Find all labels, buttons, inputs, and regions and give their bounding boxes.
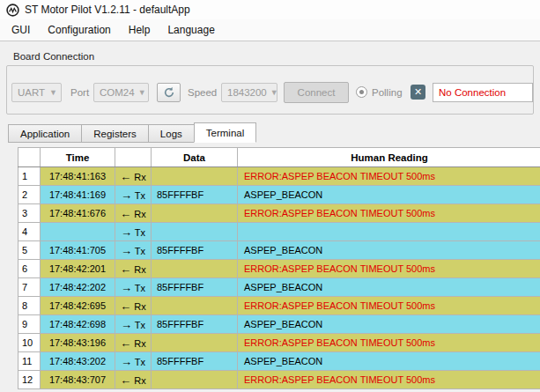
refresh-icon: [163, 86, 175, 99]
direction-arrow-icon: →: [121, 244, 132, 257]
tab-logs[interactable]: Logs: [148, 124, 194, 143]
connection-status: No Connection: [433, 83, 533, 102]
window-title: ST Motor Pilot V1.2.11 - defaultApp: [25, 4, 190, 16]
direction-label: Rx: [134, 172, 145, 182]
row-human-reading: ERROR:ASPEP BEACON TIMEOUT 500ms: [238, 167, 540, 186]
header-direction: [115, 148, 152, 167]
table-row[interactable]: 8 17:48:42:695 ← Rx ERROR:ASPEP BEACON T…: [18, 297, 540, 315]
terminal-table: Time Data Human Reading 1 17:48:41:163 ←…: [18, 147, 540, 389]
table-row[interactable]: 10 17:48:43:196 ← Rx ERROR:ASPEP BEACON …: [18, 334, 540, 352]
speed-select[interactable]: 1843200 ▼: [221, 83, 277, 102]
row-time: 17:48:42:695: [41, 297, 115, 315]
row-direction: ← Rx: [115, 204, 152, 223]
port-label: Port: [70, 87, 89, 98]
row-data: [152, 371, 238, 389]
row-number: 5: [18, 241, 41, 260]
table-header-row: Time Data Human Reading: [18, 148, 540, 167]
row-time: [41, 223, 115, 241]
row-data: [152, 204, 238, 223]
table-row[interactable]: 3 17:48:41:676 ← Rx ERROR:ASPEP BEACON T…: [18, 204, 540, 223]
row-time: 17:48:43:202: [41, 352, 115, 371]
speed-label: Speed: [188, 87, 217, 98]
row-human-reading: ASPEP_BEACON: [238, 315, 540, 334]
direction-label: Tx: [135, 320, 145, 330]
interface-select[interactable]: UART ▼: [11, 83, 62, 102]
chevron-down-icon: ▼: [49, 88, 57, 97]
table-row[interactable]: 6 17:48:42:201 ← Rx ERROR:ASPEP BEACON T…: [18, 260, 540, 278]
row-time: 17:48:41:705: [41, 241, 115, 260]
row-data: 85FFFFBF: [152, 315, 238, 334]
row-data: 85FFFFBF: [152, 352, 238, 371]
row-time: 17:48:41:676: [41, 204, 115, 223]
table-row[interactable]: 4 → Tx: [18, 223, 540, 241]
port-select-value: COM24: [100, 87, 135, 98]
direction-arrow-icon: →: [121, 226, 132, 239]
polling-radio-group[interactable]: Polling: [356, 86, 403, 98]
menu-help[interactable]: Help: [121, 21, 159, 39]
direction-arrow-icon: ←: [120, 207, 131, 220]
direction-label: Tx: [135, 190, 145, 201]
row-number: 2: [18, 186, 41, 204]
tab-terminal[interactable]: Terminal: [194, 122, 256, 143]
close-icon[interactable]: ✕: [411, 85, 425, 100]
header-data: Data: [152, 148, 238, 167]
direction-arrow-icon: ←: [120, 263, 131, 276]
row-direction: → Tx: [115, 315, 152, 334]
row-time: 17:48:41:169: [41, 186, 115, 204]
table-row[interactable]: 2 17:48:41:169 → Tx 85FFFFBF ASPEP_BEACO…: [18, 186, 540, 204]
header-row-number: [18, 148, 41, 167]
title-bar: ST Motor Pilot V1.2.11 - defaultApp: [0, 0, 540, 19]
polling-radio[interactable]: [356, 86, 367, 98]
connect-button[interactable]: Connect: [284, 82, 349, 103]
row-human-reading: ASPEP_BEACON: [238, 186, 540, 204]
row-data: [152, 334, 238, 352]
table-row[interactable]: 12 17:48:43:707 ← Rx ERROR:ASPEP BEACON …: [18, 371, 540, 389]
row-direction: → Tx: [115, 278, 152, 297]
row-human-reading: [238, 223, 540, 241]
row-number: 1: [18, 167, 41, 186]
direction-arrow-icon: ←: [120, 337, 131, 350]
row-data: 85FFFFBF: [152, 241, 238, 260]
refresh-ports-button[interactable]: [157, 83, 181, 102]
row-direction: → Tx: [115, 241, 152, 260]
row-time: 17:48:42:201: [41, 260, 115, 278]
row-data: [152, 223, 238, 241]
row-number: 11: [18, 352, 41, 371]
row-time: 17:48:43:707: [41, 371, 115, 389]
row-time: 17:48:41:163: [41, 167, 115, 186]
menu-language[interactable]: Language: [159, 21, 222, 39]
table-row[interactable]: 9 17:48:42:698 → Tx 85FFFFBF ASPEP_BEACO…: [18, 315, 540, 334]
table-row[interactable]: 1 17:48:41:163 ← Rx ERROR:ASPEP BEACON T…: [18, 167, 540, 186]
row-human-reading: ERROR:ASPEP BEACON TIMEOUT 500ms: [238, 371, 540, 389]
row-time: 17:48:42:202: [41, 278, 115, 297]
row-direction: ← Rx: [115, 371, 152, 389]
table-row[interactable]: 7 17:48:42:202 → Tx 85FFFFBF ASPEP_BEACO…: [18, 278, 540, 297]
port-select[interactable]: COM24 ▼: [93, 83, 149, 102]
table-row[interactable]: 5 17:48:41:705 → Tx 85FFFFBF ASPEP_BEACO…: [18, 241, 540, 260]
row-time: 17:48:43:196: [41, 334, 115, 352]
row-data: [152, 297, 238, 315]
polling-radio-dot: [359, 90, 364, 94]
tab-application[interactable]: Application: [8, 124, 81, 143]
menu-gui[interactable]: GUI: [4, 21, 38, 39]
table-row[interactable]: 11 17:48:43:202 → Tx 85FFFFBF ASPEP_BEAC…: [18, 352, 540, 371]
direction-label: Rx: [134, 375, 145, 386]
app-icon: [6, 4, 19, 17]
row-number: 7: [18, 278, 41, 297]
direction-label: Tx: [135, 283, 145, 293]
row-time: 17:48:42:698: [41, 315, 115, 334]
row-direction: ← Rx: [115, 334, 152, 352]
chevron-down-icon: ▼: [138, 88, 146, 97]
row-direction: → Tx: [115, 352, 152, 371]
menu-configuration[interactable]: Configuration: [40, 21, 118, 39]
direction-arrow-icon: →: [121, 281, 132, 294]
tab-bar: Application Registers Logs Terminal: [8, 122, 256, 143]
chevron-down-icon: ▼: [270, 88, 278, 97]
tab-registers[interactable]: Registers: [81, 124, 148, 143]
header-human-reading: Human Reading: [238, 148, 540, 167]
direction-arrow-icon: ←: [120, 374, 131, 387]
direction-label: Rx: [134, 209, 145, 219]
row-human-reading: ASPEP_BEACON: [238, 352, 540, 371]
interface-select-value: UART: [18, 87, 45, 98]
direction-label: Tx: [135, 246, 145, 256]
